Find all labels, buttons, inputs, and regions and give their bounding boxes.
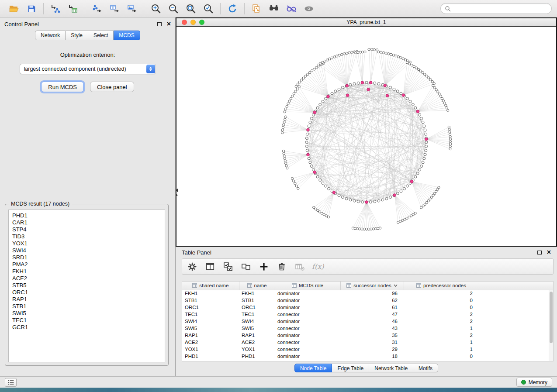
tab-network[interactable]: Network <box>35 31 66 40</box>
criterion-dropdown[interactable]: largest connected component (undirected) <box>20 64 156 74</box>
save-icon[interactable] <box>23 2 40 15</box>
tab-style[interactable]: Style <box>66 31 88 40</box>
table-cell <box>479 332 554 339</box>
result-node-item[interactable]: SWI5 <box>12 310 165 317</box>
tab-select[interactable]: Select <box>88 31 114 40</box>
run-mcds-button[interactable]: Run MCDS <box>41 82 84 92</box>
export-network-icon[interactable] <box>88 2 106 15</box>
close-panel-icon[interactable]: × <box>167 22 171 26</box>
table-cell: dominator <box>275 353 340 360</box>
window-close-button[interactable] <box>182 20 187 25</box>
export-table-icon[interactable] <box>106 2 123 15</box>
open-folder-icon[interactable] <box>5 2 23 15</box>
show-all-icon[interactable] <box>300 2 318 15</box>
settings-gear-icon[interactable] <box>187 261 198 272</box>
clear-selection-icon[interactable] <box>240 261 252 272</box>
search-network-icon[interactable] <box>265 2 283 15</box>
column-header-shared-name[interactable]: shared name <box>182 282 239 290</box>
import-table-icon[interactable] <box>64 2 82 15</box>
scrollbar-thumb[interactable] <box>550 292 553 343</box>
result-node-item[interactable]: GCR1 <box>12 324 165 331</box>
mcds-result-groupbox: MCDS result (17 nodes) PHD1CAR1STP4TID3Y… <box>5 204 169 366</box>
table-row[interactable]: FKH1FKH1dominator962 <box>182 290 554 297</box>
result-node-item[interactable]: PHD1 <box>12 212 165 219</box>
table-panel-tabs: Node TableEdge TableNetwork TableMotifs <box>176 364 557 372</box>
zoom-out-icon[interactable] <box>165 2 182 15</box>
result-node-item[interactable]: YOX1 <box>12 240 165 247</box>
node-table: shared namenameMCDS rolesuccessor nodesp… <box>182 281 554 361</box>
table-row[interactable]: ACE2ACE2connector311 <box>182 339 554 346</box>
table-cell: SWI5 <box>239 325 275 332</box>
show-columns-icon[interactable] <box>204 261 216 272</box>
table-tab-network-table[interactable]: Network Table <box>369 364 413 372</box>
table-cell: 2 <box>404 332 479 339</box>
table-row[interactable]: SWI4SWI4dominator462 <box>182 318 554 325</box>
control-panel: Control Panel × NetworkStyleSelectMCDS O… <box>0 17 176 376</box>
table-row[interactable]: SWI5SWI5connector431 <box>182 325 554 332</box>
clone-network-icon[interactable] <box>248 2 265 15</box>
memory-button[interactable]: Memory <box>516 378 552 387</box>
status-menu-button[interactable] <box>5 378 17 387</box>
table-row[interactable]: ORC1ORC1dominator610 <box>182 304 554 311</box>
column-header-MCDS-role[interactable]: MCDS role <box>275 282 340 290</box>
result-node-item[interactable]: CAR1 <box>12 219 165 226</box>
tab-mcds[interactable]: MCDS <box>114 31 140 40</box>
table-cell: STB1 <box>182 297 239 304</box>
table-row[interactable]: RAP1RAP1dominator352 <box>182 332 554 339</box>
result-node-item[interactable]: RAP1 <box>12 296 165 303</box>
network-graph[interactable] <box>176 27 556 245</box>
result-node-item[interactable]: STB1 <box>12 303 165 310</box>
result-node-item[interactable]: STP4 <box>12 226 165 233</box>
result-node-item[interactable]: TEC1 <box>12 317 165 324</box>
table-row[interactable]: PHD1PHD1dominator180 <box>182 353 554 360</box>
table-tab-edge-table[interactable]: Edge Table <box>332 364 369 372</box>
main-toolbar <box>0 0 557 17</box>
result-node-item[interactable]: SWI4 <box>12 247 165 254</box>
column-header-predecessor-nodes[interactable]: predecessor nodes <box>404 282 479 290</box>
zoom-selected-icon[interactable] <box>200 2 217 15</box>
collapse-left-icon[interactable] <box>176 189 178 192</box>
main-area: Control Panel × NetworkStyleSelectMCDS O… <box>0 17 557 376</box>
splitter-handles[interactable] <box>176 189 178 197</box>
table-row[interactable]: TEC1TEC1connector472 <box>182 311 554 318</box>
zoom-in-icon[interactable] <box>147 2 165 15</box>
window-minimize-button[interactable] <box>190 20 196 25</box>
result-node-item[interactable]: FKH1 <box>12 268 165 275</box>
window-maximize-button[interactable] <box>199 20 204 25</box>
network-canvas[interactable] <box>176 27 556 246</box>
table-tab-node-table[interactable]: Node Table <box>294 364 332 372</box>
float-panel-icon[interactable] <box>157 22 162 26</box>
table-row[interactable]: YOX1YOX1connector291 <box>182 346 554 353</box>
network-view-titlebar[interactable]: YPA_prune.txt_1 <box>176 18 556 27</box>
criterion-value: largest connected component (undirected) <box>24 66 126 72</box>
table-row[interactable]: STB1STB1dominator620 <box>182 297 554 304</box>
float-table-panel-icon[interactable] <box>537 251 542 254</box>
expand-right-icon[interactable] <box>176 193 178 197</box>
close-table-panel-icon[interactable]: × <box>547 250 551 254</box>
result-node-item[interactable]: PMA2 <box>12 261 165 268</box>
table-cell: dominator <box>275 318 340 325</box>
hide-selected-icon[interactable] <box>283 2 300 15</box>
export-image-icon[interactable] <box>123 2 141 15</box>
result-node-item[interactable]: SRD1 <box>12 254 165 261</box>
result-node-item[interactable]: ORC1 <box>12 289 165 296</box>
import-network-icon[interactable] <box>47 2 64 15</box>
zoom-fit-icon[interactable] <box>182 2 200 15</box>
control-panel-tabs: NetworkStyleSelectMCDS <box>0 31 175 40</box>
select-all-icon[interactable] <box>222 261 234 272</box>
global-search-field[interactable] <box>440 3 552 14</box>
column-header-successor-nodes[interactable]: successor nodes <box>340 282 404 290</box>
add-row-icon[interactable] <box>258 261 270 272</box>
result-node-item[interactable]: TID3 <box>12 233 165 240</box>
delete-row-icon[interactable] <box>276 261 287 272</box>
close-panel-button[interactable]: Close panel <box>90 82 134 92</box>
table-cell: 18 <box>340 353 404 360</box>
column-header-name[interactable]: name <box>239 282 275 290</box>
table-tab-motifs[interactable]: Motifs <box>413 364 438 372</box>
search-input[interactable] <box>453 6 551 12</box>
table-scrollbar[interactable] <box>549 290 553 361</box>
refresh-icon[interactable] <box>224 2 241 15</box>
result-node-item[interactable]: STB5 <box>12 282 165 289</box>
table-cell: ACE2 <box>239 339 275 346</box>
result-node-item[interactable]: ACE2 <box>12 275 165 282</box>
